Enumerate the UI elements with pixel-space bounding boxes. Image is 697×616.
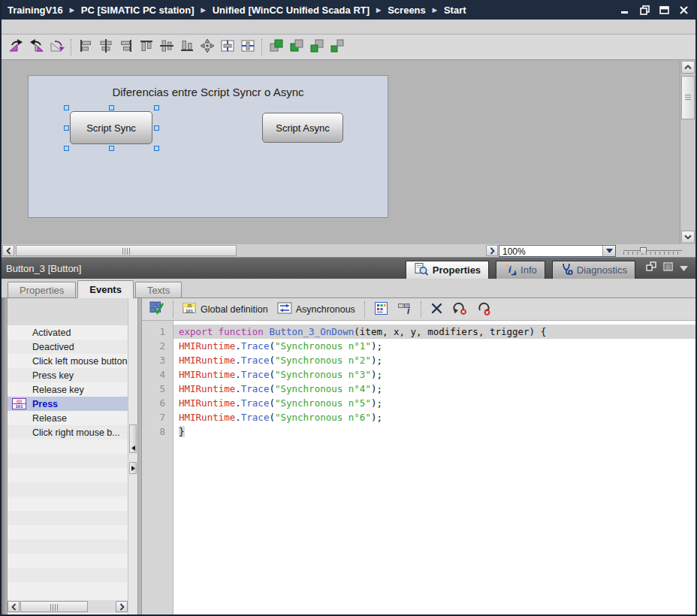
- close-button[interactable]: [677, 4, 689, 16]
- snippets-button[interactable]: [371, 300, 391, 319]
- code-line[interactable]: HMIRuntime.Trace("Synchronous n°1");: [173, 339, 695, 353]
- send-backward-button[interactable]: [327, 38, 346, 56]
- collapse-pane-icon[interactable]: [680, 262, 688, 273]
- align-bottom-button[interactable]: [177, 38, 196, 56]
- code-line[interactable]: HMIRuntime.Trace("Synchronous n°6");: [173, 410, 695, 424]
- sub-tab-texts[interactable]: Texts: [135, 282, 182, 297]
- event-list-vertical-scrollbar[interactable]: [128, 298, 137, 614]
- breadcrumb-item[interactable]: Unified [WinCC Unified Scada RT]: [213, 5, 370, 16]
- code-line[interactable]: HMIRuntime.Trace("Synchronous n°5");: [173, 396, 695, 410]
- code-token: (: [269, 412, 275, 423]
- zoom-dropdown-button[interactable]: [602, 246, 615, 256]
- tab-diagnostics[interactable]: Diagnostics: [552, 261, 635, 279]
- breadcrumb-item[interactable]: Start: [444, 5, 466, 16]
- maximize-button[interactable]: [658, 4, 670, 16]
- validate-scripts-button[interactable]: [146, 300, 167, 319]
- align-left-button[interactable]: [76, 38, 95, 56]
- event-item-click-right-mouse-b[interactable]: Click right mouse b...: [8, 425, 128, 439]
- system-functions-button[interactable]: i: [394, 300, 415, 319]
- align-bottom-icon: [180, 38, 195, 56]
- event-item-press-key[interactable]: Press key: [8, 368, 128, 382]
- event-scroll-right-button[interactable]: [116, 601, 128, 612]
- horizontal-scroll-thumb[interactable]: [16, 245, 237, 256]
- align-right-button[interactable]: [116, 38, 135, 56]
- tab-properties[interactable]: Properties: [406, 261, 489, 279]
- sub-tab-events[interactable]: Events: [77, 280, 134, 298]
- selection-handle[interactable]: [64, 125, 69, 131]
- code-line[interactable]: }: [173, 424, 695, 439]
- sub-tab-properties[interactable]: Properties: [8, 282, 76, 297]
- zoom-combobox[interactable]: 100%: [499, 245, 616, 257]
- code-lines[interactable]: export function Button_3_OnDown(item, x,…: [173, 321, 695, 614]
- event-list-scroll-thumb[interactable]: [129, 424, 137, 453]
- code-line[interactable]: export function Button_3_OnDown(item, x,…: [173, 325, 695, 339]
- selection-handle[interactable]: [154, 105, 159, 110]
- bring-forward-button[interactable]: [307, 38, 326, 56]
- code-token: export function: [179, 326, 269, 337]
- selection-handle[interactable]: [64, 146, 69, 151]
- breadcrumb-item[interactable]: Screens: [388, 5, 426, 16]
- undo-delete-button[interactable]: [449, 300, 470, 319]
- bring-to-front-button[interactable]: [267, 38, 285, 56]
- float-panel-icon[interactable]: [646, 261, 656, 274]
- send-to-back-icon: [289, 38, 304, 56]
- tab-info[interactable]: iInfo: [496, 261, 545, 279]
- splitter-expand-button[interactable]: [129, 462, 137, 474]
- minimize-button[interactable]: [619, 4, 631, 16]
- global-definition-button[interactable]: JS101Global definition: [180, 300, 271, 319]
- center-vertical-button[interactable]: [238, 38, 257, 56]
- event-empty-row: [8, 439, 128, 454]
- scroll-right-button[interactable]: [486, 245, 498, 256]
- selection-handle[interactable]: [64, 105, 69, 110]
- event-item-click-left-mouse-button[interactable]: Click left mouse button: [8, 354, 128, 368]
- align-top-button[interactable]: [137, 38, 155, 56]
- redo-delete-button[interactable]: [473, 300, 494, 319]
- rotate-angle-button[interactable]: [47, 38, 66, 56]
- breadcrumb-item[interactable]: TrainingV16: [8, 5, 63, 16]
- code-area[interactable]: 12345678 export function Button_3_OnDown…: [142, 321, 695, 614]
- selection-handle[interactable]: [154, 146, 159, 151]
- event-empty-row: [8, 511, 128, 525]
- script-sync-button[interactable]: Script Sync: [70, 111, 152, 144]
- selection-handle[interactable]: [154, 125, 159, 131]
- scroll-left-button[interactable]: [2, 245, 14, 256]
- line-number: 7: [142, 410, 165, 424]
- restore-button[interactable]: [638, 4, 650, 16]
- list-view-icon[interactable]: [663, 262, 673, 273]
- selection-handle[interactable]: [109, 146, 114, 151]
- delete-script-button[interactable]: [427, 300, 446, 319]
- event-list-horizontal-scrollbar[interactable]: [8, 600, 128, 613]
- script-async-button[interactable]: Script Async: [262, 113, 343, 143]
- event-scroll-left-button[interactable]: [8, 601, 20, 612]
- hmi-screen[interactable]: Diferencias entre Script Syncr o Async S…: [28, 75, 388, 218]
- event-item-release-key[interactable]: Release key: [8, 382, 128, 397]
- code-line[interactable]: HMIRuntime.Trace("Synchronous n°3");: [173, 367, 695, 382]
- tab-label: Properties: [433, 264, 481, 276]
- code-line[interactable]: HMIRuntime.Trace("Synchronous n°2");: [173, 353, 695, 367]
- center-horizontal-button[interactable]: [218, 38, 237, 56]
- center-cross-button[interactable]: [198, 38, 216, 56]
- selection-handle[interactable]: [109, 105, 114, 110]
- event-item-release[interactable]: Release: [8, 411, 128, 425]
- code-token: .: [235, 412, 241, 423]
- align-middle-button[interactable]: [157, 38, 176, 56]
- screen-heading: Diferencias entre Script Syncr o Async: [29, 86, 388, 98]
- scroll-down-button[interactable]: [681, 231, 695, 243]
- code-token: "Synchronous n°2": [275, 355, 371, 366]
- rotate-left-button[interactable]: [27, 38, 46, 56]
- event-item-activated[interactable]: Activated: [8, 325, 128, 340]
- send-to-back-button[interactable]: [287, 38, 306, 56]
- align-center-button[interactable]: [96, 38, 115, 56]
- code-line[interactable]: HMIRuntime.Trace("Synchronous n°4");: [173, 382, 695, 396]
- rotate-right-button[interactable]: [7, 38, 26, 56]
- event-item-deactived[interactable]: Deactived: [8, 340, 128, 354]
- event-scroll-thumb[interactable]: [20, 601, 88, 612]
- canvas-vertical-scrollbar[interactable]: [680, 60, 695, 244]
- vertical-scroll-thumb[interactable]: [681, 76, 695, 119]
- scroll-up-button[interactable]: [681, 61, 695, 74]
- zoom-slider[interactable]: [623, 247, 682, 256]
- breadcrumb-item[interactable]: PC [SIMATIC PC station]: [81, 5, 195, 16]
- event-item-press[interactable]: {()}101Press: [8, 397, 128, 411]
- screen-canvas[interactable]: Diferencias entre Script Syncr o Async S…: [2, 60, 695, 244]
- asynchronous-button[interactable]: Asynchronous: [274, 300, 358, 319]
